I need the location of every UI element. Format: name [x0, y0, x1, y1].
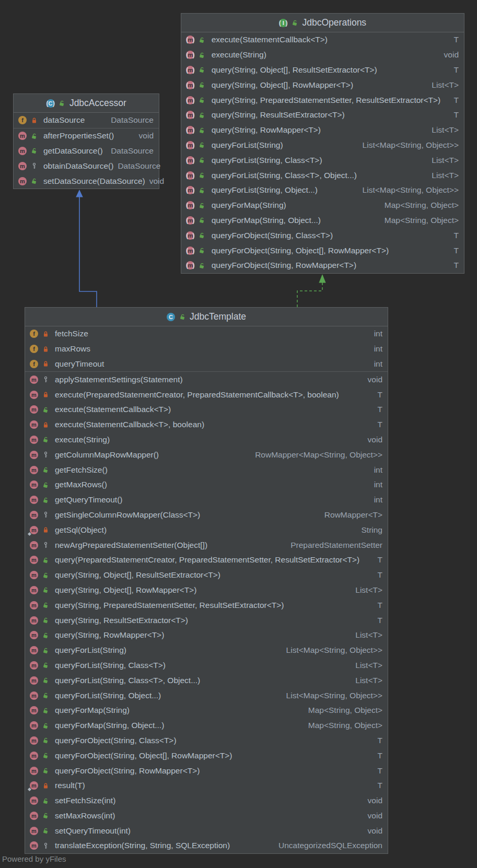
method-icon: m [30, 436, 38, 444]
method-icon: m [30, 676, 38, 685]
method-icon: m [30, 752, 38, 760]
method-row[interactable]: mquery(String, PreparedStatementSetter, … [25, 597, 388, 613]
method-row[interactable]: mqueryForMap(String)Map<String, Object> [25, 703, 388, 718]
method-row[interactable]: mtranslateException(String, String, SQLE… [25, 838, 388, 853]
public-icon [199, 262, 206, 269]
abstract-class-icon: C [46, 99, 55, 108]
field-icon: f [18, 116, 27, 124]
field-row[interactable]: fdataSourceDataSource [14, 113, 159, 128]
method-row[interactable]: mqueryForMap(String, Object...)Map<Strin… [181, 213, 464, 228]
method-row[interactable]: mquery(String, Object[], RowMapper<T>)Li… [25, 583, 388, 598]
method-row[interactable]: mexecute(String)void [181, 48, 464, 63]
public-icon [42, 647, 49, 654]
method-row[interactable]: mqueryForList(String, Object...)List<Map… [181, 183, 464, 198]
field-row[interactable]: fmaxRowsint [25, 342, 388, 357]
method-row[interactable]: mobtainDataSource()DataSource [14, 158, 159, 173]
public-icon [59, 100, 66, 107]
method-row[interactable]: mnewArgPreparedStatementSetter(Object[])… [25, 537, 388, 553]
member-type: void [145, 177, 164, 186]
method-row[interactable]: mgetSingleColumnRowMapper(Class<T>)RowMa… [25, 508, 388, 523]
method-row[interactable]: mafterPropertiesSet()void [14, 128, 159, 144]
method-row[interactable]: mgetFetchSize()int [25, 462, 388, 477]
field-icon: f [30, 330, 38, 338]
method-row[interactable]: mquery(String, RowMapper<T>)List<T> [25, 628, 388, 643]
member-type: String [357, 525, 383, 535]
member-type: T [374, 555, 382, 565]
method-row[interactable]: mqueryForList(String, Class<T>)List<T> [181, 153, 464, 168]
method-row[interactable]: mqueryForObject(String, Object[], RowMap… [181, 243, 464, 258]
member-type: int [370, 495, 382, 505]
method-row[interactable]: mexecute(StatementCallback<T>)T [181, 32, 464, 48]
method-row[interactable]: mqueryForObject(String, Class<T>)T [181, 228, 464, 243]
class-box-jdbcoperations[interactable]: I JdbcOperations mexecute(StatementCallb… [181, 13, 464, 274]
method-row[interactable]: mqueryForList(String)List<Map<String, Ob… [25, 643, 388, 658]
member-name: execute(StatementCallback<T>) [55, 405, 171, 414]
member-type: T [374, 781, 382, 790]
public-icon [199, 202, 206, 209]
member-type: List<T> [427, 125, 459, 135]
method-row[interactable]: mqueryForObject(String, RowMapper<T>)T [181, 258, 464, 273]
method-icon: m [30, 496, 38, 504]
method-row[interactable]: mqueryForObject(String, Class<T>)T [25, 733, 388, 748]
method-row[interactable]: mquery(String, ResultSetExtractor<T>)T [181, 108, 464, 123]
method-row[interactable]: mquery(String, Object[], ResultSetExtrac… [181, 63, 464, 78]
class-header[interactable]: I JdbcOperations [181, 14, 464, 32]
method-row[interactable]: mgetDataSource()DataSource [14, 144, 159, 159]
method-row[interactable]: mquery(String, Object[], ResultSetExtrac… [25, 568, 388, 583]
field-row[interactable]: fqueryTimeoutint [25, 357, 388, 372]
member-type: int [370, 344, 382, 354]
member-name: queryForMap(String) [212, 201, 286, 210]
member-type: T [374, 751, 382, 760]
method-row[interactable]: msetDataSource(DataSource)void [14, 173, 159, 189]
method-row[interactable]: msetQueryTimeout(int)void [25, 823, 388, 838]
method-row[interactable]: mexecute(PreparedStatementCreator, Prepa… [25, 387, 388, 402]
member-name: queryForList(String, Object...) [55, 691, 161, 700]
public-icon [179, 313, 186, 321]
method-row[interactable]: mquery(String, PreparedStatementSetter, … [181, 92, 464, 108]
method-row[interactable]: mqueryForObject(String, Object[], RowMap… [25, 748, 388, 763]
field-icon: f [30, 345, 38, 353]
member-type: T [450, 231, 459, 240]
method-row[interactable]: mgetColumnMapRowMapper()RowMapper<Map<St… [25, 447, 388, 462]
method-row[interactable]: mqueryForList(String, Class<T>, Object..… [181, 168, 464, 183]
method-row[interactable]: mapplyStatementSettings(Statement)void [25, 372, 388, 387]
interface-icon: I [279, 19, 288, 27]
member-name: query(String, Object[], ResultSetExtract… [55, 570, 220, 580]
method-row[interactable]: mresult(T)T [25, 778, 388, 793]
method-row[interactable]: mqueryForObject(String, RowMapper<T>)T [25, 763, 388, 778]
method-row[interactable]: mgetQueryTimeout()int [25, 492, 388, 508]
public-icon [42, 797, 49, 804]
method-row[interactable]: mqueryForMap(String, Object...)Map<Strin… [25, 718, 388, 733]
method-row[interactable]: mquery(String, RowMapper<T>)List<T> [181, 123, 464, 138]
method-row[interactable]: mquery(String, Object[], RowMapper<T>)Li… [181, 77, 464, 92]
class-box-jdbctemplate[interactable]: C JdbcTemplate ffetchSizeintfmaxRowsintf… [25, 307, 388, 854]
method-row[interactable]: mqueryForList(String, Class<T>, Object..… [25, 673, 388, 688]
method-row[interactable]: mgetSql(Object)String [25, 522, 388, 537]
field-section: ffetchSizeintfmaxRowsintfqueryTimeoutint [25, 326, 388, 371]
method-row[interactable]: mqueryForMap(String)Map<String, Object> [181, 198, 464, 213]
method-row[interactable]: mexecute(String)void [25, 432, 388, 448]
method-row[interactable]: mexecute(StatementCallback<T>)T [25, 402, 388, 417]
member-type: int [370, 480, 382, 489]
method-row[interactable]: mquery(String, ResultSetExtractor<T>)T [25, 613, 388, 628]
method-row[interactable]: msetMaxRows(int)void [25, 808, 388, 824]
method-icon: m [186, 66, 195, 74]
public-icon [199, 172, 206, 179]
class-box-jdbcaccessor[interactable]: C JdbcAccessor fdataSourceDataSource maf… [13, 93, 159, 189]
method-row[interactable]: msetFetchSize(int)void [25, 793, 388, 808]
method-icon: m [186, 216, 195, 225]
method-row[interactable]: mqueryForList(String)List<Map<String, Ob… [181, 138, 464, 153]
member-type: DataSource [107, 146, 154, 156]
method-row[interactable]: mgetMaxRows()int [25, 477, 388, 492]
method-row[interactable]: mqueryForList(String, Class<T>)List<T> [25, 658, 388, 673]
member-name: execute(String) [212, 50, 266, 60]
method-icon: m [186, 261, 195, 269]
method-row[interactable]: mqueryForList(String, Object...)List<Map… [25, 688, 388, 703]
field-row[interactable]: ffetchSizeint [25, 326, 388, 342]
private-icon [30, 116, 38, 124]
class-header[interactable]: C JdbcTemplate [25, 308, 388, 326]
method-row[interactable]: mexecute(StatementCallback<T>, boolean)T [25, 417, 388, 432]
class-header[interactable]: C JdbcAccessor [14, 94, 159, 113]
method-icon: m [30, 571, 38, 579]
method-row[interactable]: mquery(PreparedStatementCreator, Prepare… [25, 553, 388, 568]
